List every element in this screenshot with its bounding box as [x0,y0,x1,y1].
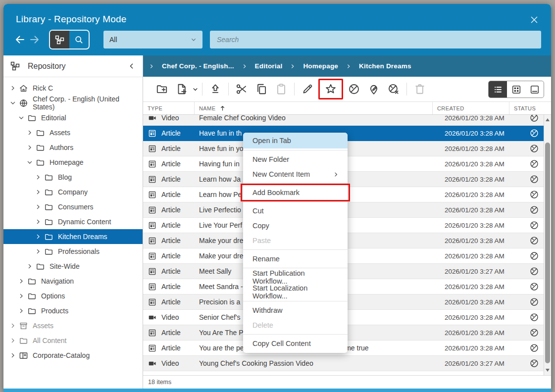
sidebar-item-company[interactable]: Company [3,185,143,199]
chevron-right-icon[interactable] [17,292,25,300]
add-bookmark-button[interactable] [321,81,341,98]
chevron-down-icon[interactable] [8,99,17,107]
menu-item-start-localization-workflow[interactable]: Start Localization Workflow... [243,285,348,299]
table-row[interactable]: VideoYoung Chef's Cooking Passion Video2… [143,356,551,371]
breadcrumb-item[interactable]: Kitchen Dreams [355,62,415,70]
chevron-right-icon[interactable] [17,277,25,286]
new-folder-button[interactable] [152,81,172,98]
blocked-status-icon [529,328,539,338]
chevron-right-icon[interactable] [34,218,42,226]
vertical-scrollbar[interactable] [544,115,551,375]
sidebar-item-products[interactable]: Products [3,303,143,318]
scroll-up-arrow[interactable] [544,116,551,123]
sidebar-item-rick-c[interactable]: Rick C [3,81,143,96]
edit-tags-button[interactable] [364,81,384,98]
menu-item-delete[interactable]: Delete [243,318,348,333]
breadcrumb-item[interactable]: Editorial [251,62,287,70]
upload-button[interactable] [205,81,225,98]
chevron-right-icon[interactable] [8,351,17,360]
chevron-right-icon[interactable] [8,84,17,93]
column-header-type[interactable]: TYPE [143,102,195,114]
article-icon [148,221,157,230]
sidebar-item-professionals[interactable]: Professionals [3,244,143,259]
sidebar-item-corporate-catalog[interactable]: Corporate-Catalog [3,348,143,363]
edit-button[interactable] [298,81,317,98]
menu-item-new-folder[interactable]: New Folder [243,152,348,167]
table-row[interactable]: VideoFemale Chef Cooking Video2026/01/20… [143,115,551,126]
sidebar-item-chef-corp-english-united-states-[interactable]: Chef Corp. - English (United States) [3,96,143,110]
menu-item-withdraw[interactable]: Withdraw [243,303,348,318]
chevron-right-icon[interactable] [8,337,17,345]
menu-item-paste[interactable]: Paste [243,233,348,248]
toolbar-separator [228,83,229,96]
copy-button[interactable] [252,81,271,98]
chevron-right-icon[interactable] [34,247,42,256]
card-view-button[interactable] [525,81,544,98]
chevron-right-icon[interactable] [25,144,34,152]
column-header-name[interactable]: NAME [195,102,433,114]
chevron-right-icon[interactable] [17,307,25,315]
paste-button[interactable] [271,81,291,98]
grid-view-button[interactable] [507,81,525,98]
column-header-created[interactable]: CREATED [433,102,509,114]
chevron-down-icon[interactable] [25,158,34,167]
created-cell: 2026/01/20 3:28 AM [440,314,517,321]
scroll-down-arrow[interactable] [544,367,551,374]
scrollbar-thumb[interactable] [545,143,550,363]
menu-item-add-bookmark[interactable]: Add Bookmark [243,185,348,200]
tree-mode-button[interactable] [50,31,69,49]
sidebar-item-authors[interactable]: Authors [3,140,143,155]
sidebar-item-site-wide[interactable]: Site-Wide [3,259,143,274]
sidebar-item-blog[interactable]: Blog [3,170,143,185]
unpublish-remove-button[interactable] [384,81,404,98]
menu-item-copy[interactable]: Copy [243,218,348,233]
forward-button[interactable] [27,32,42,47]
sidebar-item-navigation[interactable]: Navigation [3,274,143,289]
folder-icon [27,277,37,286]
sidebar-item-kitchen-dreams[interactable]: Kitchen Dreams [3,229,143,244]
breadcrumb-item[interactable]: Homepage [299,62,342,70]
chevron-right-icon[interactable] [25,262,34,271]
chevron-right-icon[interactable] [34,203,42,211]
collapse-sidebar-button[interactable] [127,62,136,70]
article-icon [148,175,157,184]
sidebar-item-editorial[interactable]: Editorial [3,110,143,125]
toolbar-separator [202,83,202,96]
filter-select[interactable]: All [103,31,202,49]
chevron-right-icon[interactable] [25,129,34,137]
sidebar-item-consumers[interactable]: Consumers [3,199,143,214]
delete-button[interactable] [410,81,430,98]
sidebar-item-homepage[interactable]: Homepage [3,155,143,170]
sidebar-item-dynamic-content[interactable]: Dynamic Content [3,214,143,229]
sidebar-item-all-content[interactable]: All Content [3,333,143,348]
menu-item-copy-cell-content[interactable]: Copy Cell Content [243,336,348,351]
search-mode-button[interactable] [69,31,89,49]
chevron-down-icon[interactable] [17,114,25,122]
new-content-item-button[interactable] [172,81,192,98]
breadcrumb-item[interactable]: Chef Corp. - English... [158,62,238,70]
menu-item-open-in-tab[interactable]: Open in Tab [243,133,348,148]
cut-button[interactable] [232,81,252,98]
menu-item-start-publication-workflow[interactable]: Start Publication Workflow... [243,270,348,285]
chevron-right-icon[interactable] [34,188,42,196]
menu-item-cut[interactable]: Cut [243,203,348,218]
close-button[interactable] [527,13,541,27]
name-cell: Young Chef's Cooking Passion Video [195,359,440,367]
sidebar-item-assets[interactable]: Assets [3,125,143,140]
back-button[interactable] [12,32,27,47]
chevron-right-icon[interactable] [34,173,42,182]
chevron-down-icon[interactable] [192,86,199,93]
search-input[interactable] [210,31,541,49]
created-cell: 2026/01/20 3:28 AM [440,160,517,168]
unpublish-button[interactable] [344,81,364,98]
menu-item-new-content-item[interactable]: New Content Item [243,167,348,182]
article-icon [148,205,157,215]
list-view-button[interactable] [489,81,507,98]
sidebar-item-options[interactable]: Options [3,289,143,303]
chevron-right-icon[interactable] [34,233,42,241]
column-header-status[interactable]: STATUS [509,102,551,114]
sidebar-item-assets[interactable]: Assets [3,318,143,333]
menu-item-rename[interactable]: Rename [243,251,348,266]
chevron-right-icon[interactable] [8,322,17,330]
folder-icon [44,202,53,212]
